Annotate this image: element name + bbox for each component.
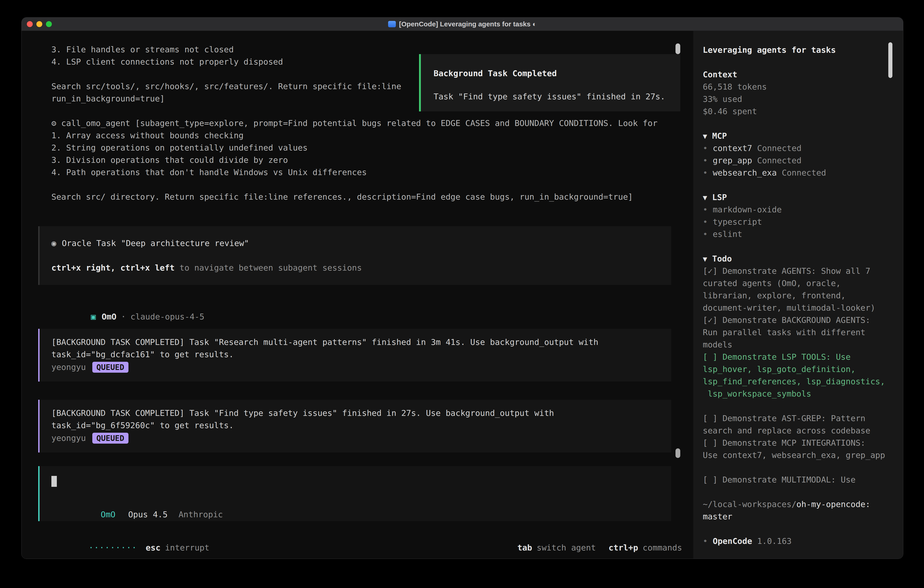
mcp-item: •grep_appConnected [703, 154, 894, 167]
main-scrollbar-thumb[interactable] [675, 448, 680, 458]
input-line [51, 475, 662, 487]
lsp-item: •markdown-oxide [703, 203, 894, 216]
todo-line: document-writer, multimodal-looker) [703, 302, 894, 314]
mcp-item: •websearch_exaConnected [703, 167, 894, 179]
context-stat: $0.46 spent [703, 105, 894, 117]
todo-line: [✓] Demonstrate AGENTS: Show all 7 [703, 265, 894, 277]
input-model: Opus 4.5 [128, 510, 168, 519]
status-left: ·········escinterrupt [40, 529, 210, 542]
bullet-icon: • [703, 168, 708, 177]
keybind-hint: ctrl+x right, ctrl+x left [51, 263, 175, 273]
todo-line: models [703, 339, 894, 351]
message-author: yeongyu [51, 362, 86, 372]
task-record-icon: ◉ [51, 238, 56, 248]
minimize-button[interactable] [36, 21, 42, 27]
spacer-line [703, 117, 894, 130]
spacer-line [703, 523, 894, 535]
lsp-item: •typescript [703, 216, 894, 228]
terminal-main: 3. File handles or streams not closed4. … [21, 31, 693, 559]
context-stat: 33% used [703, 93, 894, 105]
mcp-status: Connected [757, 156, 802, 165]
todo-line: lsp_hover, lsp_goto_definition, [703, 363, 894, 375]
background-task-message: [BACKGROUND TASK COMPLETED] Task "Resear… [38, 329, 671, 382]
status-bar: ·········escinterrupt tabswitch agentctr… [21, 529, 693, 542]
mcp-header-label: MCP [712, 131, 727, 140]
message-line-2: task_id="bg_dcfac161" to get results. [51, 349, 662, 361]
mcp-list: •context7Connected •grep_appConnected •w… [703, 142, 894, 179]
bullet-icon: • [703, 205, 708, 214]
mcp-item: •context7Connected [703, 142, 894, 154]
todo-line: [ ] Demonstrate AST-GREP: Pattern [703, 412, 894, 424]
window-titlebar: [OpenCode] Leveraging agents for tasks ◐ [21, 18, 903, 31]
todo-line: [ ] Demonstrate MCP INTEGRATIONS: [703, 437, 894, 449]
context-stats: 66,518 tokens33% used$0.46 spent [703, 81, 894, 117]
bullet-icon: • [703, 144, 708, 153]
close-button[interactable] [27, 21, 33, 27]
main-scrollbar-thumb-top[interactable] [675, 43, 680, 54]
ctrlp-key-hint: ctrl+p [609, 543, 638, 552]
todo-line: librarian, explore, frontend, [703, 289, 894, 302]
triangle-down-icon: ▼ [703, 255, 707, 263]
log-line [51, 178, 693, 191]
log-line: 1. Array access without bounds checking [51, 129, 693, 142]
mcp-name: context7 [713, 144, 752, 153]
separator-dot: · [121, 312, 126, 321]
queued-badge: QUEUED [92, 433, 129, 444]
sidebar: Leveraging agents for tasks Context 66,5… [693, 31, 903, 559]
triangle-down-icon: ▼ [703, 132, 707, 140]
log-line: 2. String operations on potentially unde… [51, 142, 693, 154]
subagent-nav-hint: ctrl+x right, ctrl+x left to navigate be… [51, 262, 664, 274]
queued-badge: QUEUED [92, 362, 129, 373]
todo-line: [ ] Demonstrate LSP TOOLS: Use [703, 351, 894, 363]
bullet-icon: • [703, 217, 708, 226]
prompt-input[interactable]: OmOOpus 4.5Anthropic [38, 466, 671, 521]
todo-section-header[interactable]: ▼Todo [703, 253, 894, 265]
todo-line: curated agents (OmO, oracle, [703, 277, 894, 289]
todo-line: Run parallel tasks with different [703, 326, 894, 339]
tab-key-label: switch agent [536, 543, 596, 552]
lsp-name: markdown-oxide [713, 205, 782, 214]
opencode-version: •OpenCode1.0.163 [703, 535, 894, 547]
sidebar-scrollbar-thumb[interactable] [888, 42, 893, 78]
bullet-icon: • [703, 230, 708, 239]
workspace-path-prefix: ~/local-workspaces/ [703, 500, 797, 509]
lsp-section-header[interactable]: ▼LSP [703, 191, 894, 203]
app-name: OpenCode [713, 537, 752, 546]
log-line: 3. Division operations that could divide… [51, 154, 693, 166]
esc-key-hint: esc [146, 543, 160, 552]
agent-name: OmO [102, 312, 116, 321]
todo-line: Use context7, websearch_exa, grep_app [703, 449, 894, 461]
triangle-down-icon: ▼ [703, 193, 707, 202]
mcp-section-header[interactable]: ▼MCP [703, 130, 894, 142]
mcp-status: Connected [782, 168, 826, 177]
log-line: ⚙ call_omo_agent [subagent_type=explore,… [51, 117, 693, 129]
esc-key-label: interrupt [165, 543, 210, 552]
agent-header: ▣OmO·claude-opus-4-5 [51, 298, 693, 311]
spinner-dots-icon: ········· [89, 543, 137, 552]
notification-title: Background Task Completed [434, 67, 673, 79]
spacer-line [51, 249, 664, 262]
log-line: Search src/ directory. Return specific f… [51, 191, 693, 203]
ctrlp-key-label: commands [643, 543, 682, 552]
input-provider: Anthropic [178, 510, 223, 519]
keybind-hint-text: to navigate between subagent sessions [175, 263, 362, 273]
todo-line: lsp_find_references, lsp_diagnostics, [703, 375, 894, 388]
mcp-status: Connected [757, 144, 802, 153]
app-version: 1.0.163 [757, 537, 792, 546]
notification-toast: Background Task Completed Task "Find typ… [419, 54, 680, 111]
message-line-2: task_id="bg_6f59260c" to get results. [51, 419, 662, 431]
mcp-name: websearch_exa [713, 168, 777, 177]
zoom-button[interactable] [46, 21, 52, 27]
spacer-line [703, 179, 894, 191]
todo-line: [ ] Demonstrate MULTIMODAL: Use [703, 474, 894, 486]
mcp-name: grep_app [713, 156, 752, 165]
message-meta: yeongyuQUEUED [51, 361, 662, 373]
spacer-line [703, 486, 894, 498]
lsp-item: •eslint [703, 228, 894, 240]
window-title: [OpenCode] Leveraging agents for tasks ◐ [388, 20, 536, 28]
traffic-lights [27, 21, 52, 27]
todo-line: lsp_workspace_symbols [703, 388, 894, 400]
messages: [BACKGROUND TASK COMPLETED] Task "Resear… [21, 329, 693, 453]
agent-model: claude-opus-4-5 [130, 312, 205, 321]
terminal-window: [OpenCode] Leveraging agents for tasks ◐… [21, 17, 903, 559]
